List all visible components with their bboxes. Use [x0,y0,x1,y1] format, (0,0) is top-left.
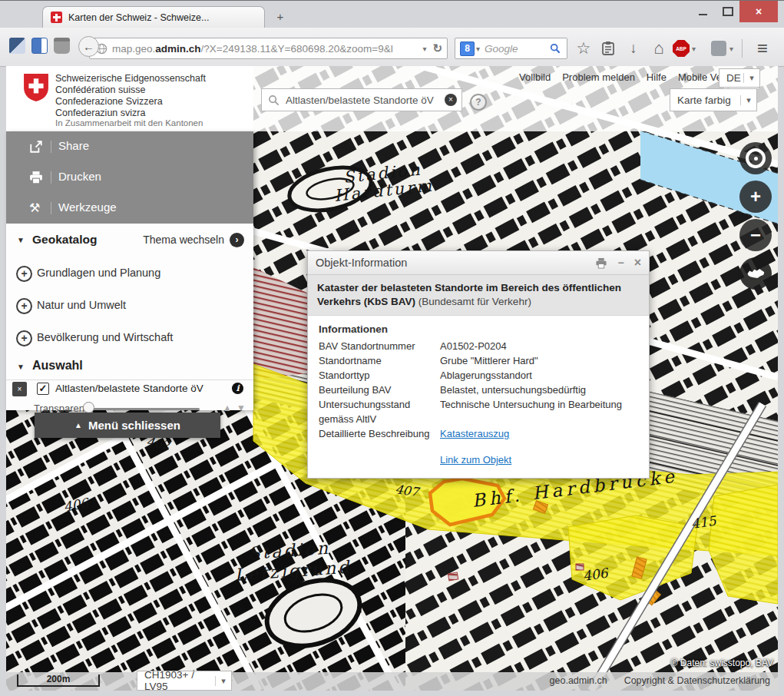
popup-title: Objekt-Information [316,257,585,269]
expand-plus-icon: + [16,298,32,314]
close-menu-button[interactable]: ▲ Menü schliessen [35,413,220,438]
info-row: Untersuchungsstand gemäss AltlVTechnisch… [319,397,638,426]
maximize-icon [723,7,733,16]
print-icon[interactable] [595,257,607,269]
move-layer-down-icon[interactable]: ▼ [237,403,246,413]
map-style-select[interactable]: Karte farbig ▾ [670,88,757,111]
object-link[interactable]: Link zum Objekt [440,454,638,466]
clear-search-icon[interactable]: × [445,94,457,106]
bookmarks-menu-icon[interactable] [600,41,616,59]
layer-label: Altlasten/belastete Standorte öV [55,383,203,394]
extension-icon-2[interactable] [31,38,48,54]
share-icon [29,140,43,154]
collapse-triangle-icon: ▼ [17,363,25,371]
default-extent-button[interactable] [739,257,772,290]
transparency-slider-track[interactable] [88,408,200,410]
extension-icon-3[interactable] [54,38,70,54]
cooperation-text: In Zusammenarbeit mit den Kantonen [55,118,203,128]
search-icon[interactable] [550,43,561,54]
browser-window: Karten der Schweiz - Schweize... + × ← m… [0,0,784,696]
bookmark-star-icon[interactable]: ☆ [574,40,593,57]
zoom-in-button[interactable]: + [739,181,772,213]
copyright-link[interactable]: Copyright & Datenschutzerklärung [624,675,770,686]
language-select[interactable]: DE ▾ [719,68,760,88]
header-links: Vollbild Problem melden Hilfe Mobile Ver… [519,71,743,83]
window-maximize-button[interactable] [716,1,739,22]
browser-tab[interactable]: Karten der Schweiz - Schweize... [42,6,265,28]
minimize-popup-icon[interactable]: − [617,257,624,269]
category-natur-umwelt[interactable]: + Natur und Umwelt [6,290,253,323]
reload-icon[interactable]: ↻ [432,41,442,55]
sidebar-item-share[interactable]: Share [6,131,253,163]
info-row: Detaillierte Beschreibung Katasterauszug [319,426,638,441]
expand-plus-icon: + [16,266,32,282]
popup-body: Informationen BAV StandortnummerA01502-P… [308,316,649,478]
projection-select[interactable]: CH1903+ / LV95 ▾ [137,671,232,691]
transparency-slider-knob[interactable] [83,402,94,413]
info-row: Beurteilung BAVBelastet, untersuchungsbe… [319,383,638,397]
info-row: StandortnameGrube "Mittlerer Hard" [319,353,638,368]
toolbar-separator [742,39,743,58]
extension-icon-4[interactable] [711,41,726,56]
swiss-coat-of-arms [23,72,49,103]
footer-bar: 200m CH1903+ / LV95 ▾ geo.admin.ch Copyr… [6,672,778,691]
remove-layer-button[interactable]: × [12,382,27,396]
google-logo-icon: 8 [460,41,475,56]
tab-favicon-swiss-shield-icon [51,12,62,23]
auswahl-section[interactable]: ▼ Auswahl [6,354,253,380]
link-hilfe[interactable]: Hilfe [647,71,667,83]
home-icon[interactable]: ⌂ [650,40,668,57]
layer-checkbox[interactable]: ✓ [37,383,49,395]
minimize-icon [699,14,707,15]
menu-hamburger-icon[interactable]: ≡ [751,38,774,59]
zoom-out-button[interactable]: − [739,219,772,251]
popup-header[interactable]: Objekt-Information − × [308,251,649,275]
thema-wechseln-link[interactable]: Thema wechseln [143,234,224,246]
triangle-up-icon: ▲ [74,421,82,429]
url-path: /?X=249138.11&Y=680698.20&zoom=9&lang=de… [201,43,393,55]
scale-bar: 200m [17,674,100,687]
close-icon: × [756,5,762,18]
extension-icon-1[interactable] [9,38,25,54]
katasterauszug-link[interactable]: Katasterauszug [440,426,638,441]
sidebar-item-werkzeuge[interactable]: ⚒ Werkzeuge [6,193,253,224]
browser-search-box[interactable]: 8 ▾ Google [455,38,567,59]
close-popup-icon[interactable]: × [634,256,641,270]
new-tab-button[interactable]: + [270,9,290,25]
geokatalog-section[interactable]: ▼ Geokatalog Thema wechseln › [6,224,253,258]
search-input[interactable] [284,94,445,107]
chevron-down-icon: ▾ [215,676,231,686]
link-problem-melden[interactable]: Problem melden [562,71,635,83]
tools-icon: ⚒ [29,201,43,215]
url-dropdown-icon[interactable]: ▾ [422,45,426,53]
tab-title: Karten der Schweiz - Schweize... [68,12,209,23]
move-layer-up-icon[interactable]: ▲ [223,403,232,413]
toolbar-overflow-icon[interactable]: ▾ [729,45,733,53]
url-prefix: map.geo. [112,43,155,55]
search-engine-placeholder: Google [485,43,550,55]
header-left: Schweizerische Eidgenossenschaft Confédé… [6,66,253,131]
search-icon [268,94,280,106]
category-grundlagen[interactable]: + Grundlagen und Planung [6,257,253,290]
help-icon[interactable]: ? [470,94,487,111]
link-vollbild[interactable]: Vollbild [519,71,551,83]
geoadmin-link[interactable]: geo.admin.ch [550,675,607,686]
map-attribution: © Daten: swisstopo, BAV [671,658,773,668]
arrow-right-circle-icon[interactable]: › [230,233,244,247]
window-close-button[interactable]: × [739,1,778,22]
map-search-field[interactable]: × [261,88,462,111]
search-engine-dropdown-icon[interactable]: ▾ [476,45,480,53]
sidebar: Share Drucken ⚒ Werkzeuge ▼ Geokatalog T… [6,131,253,410]
printer-icon [29,171,43,184]
info-icon[interactable]: i [232,383,243,394]
url-bar[interactable]: map.geo.admin.ch/?X=249138.11&Y=680698.2… [89,38,448,59]
back-button[interactable]: ← [78,36,99,57]
geolocate-button[interactable] [739,142,772,174]
sidebar-item-drucken[interactable]: Drucken [6,162,253,194]
object-information-popup: Objekt-Information − × Kataster der bela… [307,250,650,479]
chevron-down-icon: ▾ [743,73,759,83]
downloads-icon[interactable]: ↓ [624,40,643,57]
window-minimize-button[interactable] [691,1,714,22]
adblock-dropdown-icon[interactable]: ▾ [692,45,696,53]
category-bevoelkerung[interactable]: + Bevölkerung und Wirtschaft [6,322,253,355]
